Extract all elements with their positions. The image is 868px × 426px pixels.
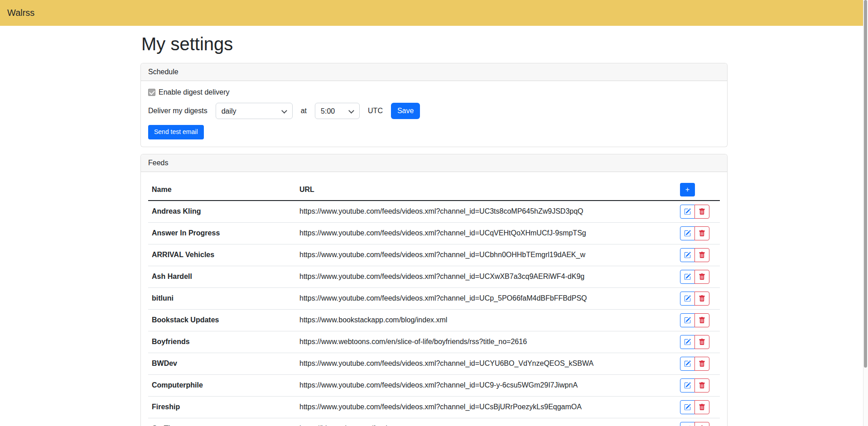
pencil-square-icon [684,252,691,258]
page-title: My settings [141,33,728,55]
feeds-table-header-row: Name URL + [148,179,720,201]
pencil-square-icon [684,339,691,345]
schedule-card-header: Schedule [141,63,727,81]
feed-name: Boyfriends [148,331,296,353]
enable-digest-checkbox[interactable] [148,89,155,96]
feed-actions-group [680,422,709,426]
edit-feed-button[interactable] [680,335,695,349]
pencil-square-icon [684,382,691,389]
table-row: Ash Hardell https://www.youtube.com/feed… [148,266,720,287]
table-row: Bookstack Updates https://www.bookstacka… [148,309,720,331]
feed-actions-group [680,226,709,240]
feed-url: https://www.youtube.com/feeds/videos.xml… [296,222,676,244]
trash-icon [699,382,705,389]
feeds-card-header: Feeds [141,154,727,172]
feed-url: https://www.youtube.com/feeds/videos.xml… [296,396,676,418]
edit-feed-button[interactable] [680,292,695,306]
table-row: BWDev https://www.youtube.com/feeds/vide… [148,353,720,374]
feed-actions [676,266,720,287]
time-select[interactable]: 5:00 [315,103,360,119]
edit-feed-button[interactable] [680,422,695,426]
table-row: bitluni https://www.youtube.com/feeds/vi… [148,287,720,309]
feed-actions [676,353,720,374]
feed-name: Computerphile [148,374,296,396]
scrollbar-thumb[interactable] [864,0,867,368]
feed-url: https://www.youtube.com/feeds/videos.xml… [296,353,676,374]
feed-actions [676,418,720,426]
delete-feed-button[interactable] [694,313,709,327]
trash-icon [699,404,705,411]
pencil-square-icon [684,208,691,215]
feeds-card-body: Name URL + Andreas Kling https://www.you… [141,172,727,426]
feed-actions [676,287,720,309]
feed-actions [676,331,720,353]
edit-feed-button[interactable] [680,400,695,414]
edit-feed-button[interactable] [680,378,695,392]
delete-feed-button[interactable] [694,292,709,306]
edit-feed-button[interactable] [680,313,695,327]
delete-feed-button[interactable] [694,270,709,284]
feed-name: Ash Hardell [148,266,296,287]
frequency-select[interactable]: daily [216,103,293,119]
feed-url: https://www.youtube.com/feeds/videos.xml… [296,244,676,266]
trash-icon [699,360,705,367]
trash-icon [699,208,705,215]
table-row: Go Time https://blog.golang.org/feed.ato… [148,418,720,426]
feed-name: Answer In Progress [148,222,296,244]
edit-feed-button[interactable] [680,357,695,371]
add-feed-button[interactable]: + [680,183,695,196]
pencil-square-icon [684,230,691,237]
edit-feed-button[interactable] [680,248,695,262]
deliver-digests-label: Deliver my digests [148,107,207,115]
column-header-actions: + [676,179,720,201]
feed-actions [676,309,720,331]
pencil-square-icon [684,404,691,411]
enable-digest-label[interactable]: Enable digest delivery [159,88,230,96]
table-row: Fireship https://www.youtube.com/feeds/v… [148,396,720,418]
timezone-label: UTC [368,107,383,115]
pencil-square-icon [684,317,691,324]
delete-feed-button[interactable] [694,378,709,392]
feed-name: bitluni [148,287,296,309]
app-brand[interactable]: Walrss [7,8,34,18]
feed-name: Go Time [148,418,296,426]
schedule-card: Schedule Enable digest delivery Deliver … [140,63,728,147]
feed-url: https://www.youtube.com/feeds/videos.xml… [296,287,676,309]
edit-feed-button[interactable] [680,270,695,284]
feed-actions-group [680,248,709,262]
save-button[interactable]: Save [391,103,420,119]
column-header-url: URL [296,179,676,201]
delete-feed-button[interactable] [694,226,709,240]
trash-icon [699,252,705,258]
feed-actions-group [680,335,709,349]
send-test-email-button[interactable]: Send test email [148,125,204,139]
feed-url: https://www.webtoons.com/en/slice-of-lif… [296,331,676,353]
delete-feed-button[interactable] [694,205,709,219]
column-header-name: Name [148,179,296,201]
feeds-card: Feeds Name URL + Andreas Kling https://w… [140,154,728,426]
feed-name: BWDev [148,353,296,374]
delete-feed-button[interactable] [694,400,709,414]
table-row: ARRIVAL Vehicles https://www.youtube.com… [148,244,720,266]
edit-feed-button[interactable] [680,205,695,219]
feed-name: ARRIVAL Vehicles [148,244,296,266]
feed-actions [676,201,720,223]
feed-actions-group [680,357,709,371]
edit-feed-button[interactable] [680,226,695,240]
feed-actions [676,374,720,396]
feed-actions-group [680,270,709,284]
feed-url: https://www.youtube.com/feeds/videos.xml… [296,201,676,223]
schedule-card-body: Enable digest delivery Deliver my digest… [141,81,727,147]
trash-icon [699,339,705,345]
feed-name: Andreas Kling [148,201,296,223]
feed-actions [676,396,720,418]
feed-actions-group [680,292,709,306]
delete-feed-button[interactable] [694,422,709,426]
feed-actions-group [680,205,709,219]
feed-actions-group [680,400,709,414]
trash-icon [699,317,705,324]
delete-feed-button[interactable] [694,357,709,371]
page-scrollbar[interactable] [863,0,868,426]
delete-feed-button[interactable] [694,248,709,262]
delete-feed-button[interactable] [694,335,709,349]
